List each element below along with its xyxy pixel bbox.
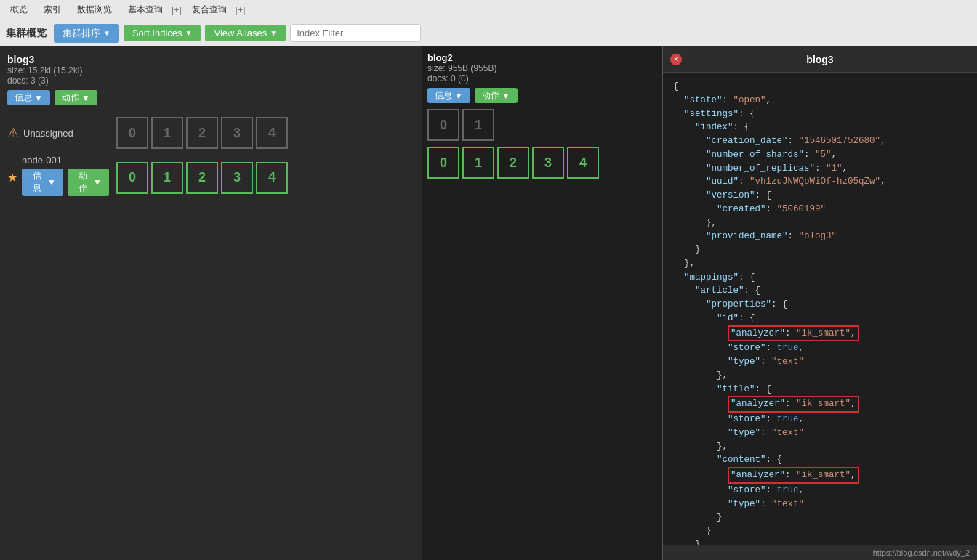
json-line: { (673, 80, 967, 94)
node001-text: node-001 (22, 155, 62, 166)
star-icon: ★ (7, 171, 17, 184)
json-line: "index": { (673, 121, 967, 134)
unassigned-label: ⚠ Unassigned (7, 125, 109, 141)
node001-shard-cells: 0 1 2 3 4 (116, 162, 288, 194)
shard-cell-1: 1 (151, 162, 183, 194)
blog2-action-arrow-icon: ▼ (502, 91, 510, 101)
cluster-overview-label: 集群概览 (6, 27, 47, 40)
json-line: }, (673, 369, 967, 383)
nav-tab-basic-query-group: 基本查询 [+] (121, 1, 183, 19)
index-size-blog3: size: 15.2ki (15.2ki) docs: 3 (3) (7, 65, 414, 86)
blog3-action-button[interactable]: 动作 ▼ (55, 90, 97, 105)
left-panel: blog3 size: 15.2ki (15.2ki) docs: 3 (3) … (0, 46, 422, 560)
json-line: "properties": { (673, 298, 967, 312)
shard-cell-unassigned-1: 1 (151, 117, 183, 149)
json-line: "article": { (673, 284, 967, 298)
shard-row-unassigned: ⚠ Unassigned 0 1 2 3 4 (7, 117, 414, 149)
view-aliases-arrow-icon: ▼ (270, 29, 277, 37)
json-line: "created": "5060199" (673, 203, 967, 216)
blog3-size-text: size: 15.2ki (15.2ki) (7, 65, 82, 76)
json-line: "creation_date": "1546501752680", (673, 134, 967, 148)
shard-cell-unassigned-4: 4 (256, 117, 288, 149)
json-line: }, (673, 440, 967, 454)
shard-row-node001: ★ node-001 信息 ▼ 动作 ▼ (7, 155, 414, 200)
modal-title: blog3 (806, 54, 833, 65)
main-content: blog3 size: 15.2ki (15.2ki) docs: 3 (3) … (0, 46, 977, 560)
cluster-sort-label: 集群排序 (63, 27, 100, 40)
cluster-sort-button[interactable]: 集群排序 ▼ (54, 24, 119, 43)
blog2-size: size: 955B (955B) (427, 63, 656, 73)
json-line: "settings": { (673, 107, 967, 121)
nav-tab-overview[interactable]: 概览 (3, 1, 35, 19)
json-line: "mappings": { (673, 271, 967, 285)
json-line: }, (673, 216, 967, 230)
shard-cell-unassigned-0: 0 (116, 117, 148, 149)
json-line: } (673, 524, 967, 538)
json-line: }, (673, 257, 967, 271)
nav-tab-index[interactable]: 索引 (36, 1, 68, 19)
json-line: "number_of_replicas": "1", (673, 162, 967, 176)
blog3-action-arrow-icon: ▼ (81, 93, 90, 103)
nav-tab-data-browse[interactable]: 数据浏览 (70, 1, 119, 19)
node001-info-arrow-icon: ▼ (47, 177, 56, 187)
toolbar: 集群概览 集群排序 ▼ Sort Indices ▼ View Aliases … (0, 20, 977, 46)
blog2-info-arrow-icon: ▼ (454, 91, 463, 101)
blog2-info-label: 信息 (435, 89, 452, 102)
blog3-info-arrow-icon: ▼ (34, 93, 43, 103)
nav-tab-complex-query[interactable]: 复合查询 (185, 1, 234, 19)
json-line: "analyzer": "ik_smart", (673, 467, 967, 484)
blog3-info-button[interactable]: 信息 ▼ (7, 90, 50, 105)
index-filter-input[interactable] (290, 24, 421, 42)
b2-cell-2: 2 (497, 147, 529, 179)
json-line: "state": "open", (673, 94, 967, 107)
b2-cell-0: 0 (427, 147, 459, 179)
modal-close-button[interactable]: × (670, 54, 682, 65)
sort-indices-button[interactable]: Sort Indices ▼ (124, 25, 201, 41)
node001-buttons: 信息 ▼ 动作 ▼ (22, 169, 109, 196)
json-line: } (673, 511, 967, 524)
json-line: "title": { (673, 383, 967, 397)
blog2-shard-rows: 0 1 0 1 2 3 4 (427, 109, 656, 179)
blog2-partial: blog2 size: 955B (955B) docs: 0 (0) 信息 ▼… (422, 46, 662, 560)
b2-cell-3: 3 (532, 147, 564, 179)
sort-indices-arrow-icon: ▼ (185, 29, 193, 37)
footer-url: https://blog.csdn.net/wdy_2 (873, 548, 970, 557)
json-line: "type": "text" (673, 426, 967, 440)
blog2-name: blog2 (427, 52, 656, 63)
warning-icon: ⚠ (7, 125, 19, 141)
json-line: "store": true, (673, 484, 967, 498)
json-line: "store": true, (673, 341, 967, 355)
nav-tab-complex-query-group: 复合查询 [+] (185, 1, 247, 19)
blog2-shard-row-node: 0 1 2 3 4 (427, 147, 656, 179)
b2-cell-u0: 0 (427, 109, 459, 141)
blog3-buttons: 信息 ▼ 动作 ▼ (7, 90, 414, 105)
json-line: } (673, 538, 967, 545)
blog2-docs: docs: 0 (0) (427, 73, 656, 84)
node001-action-button[interactable]: 动作 ▼ (68, 169, 109, 196)
view-aliases-button[interactable]: View Aliases ▼ (205, 25, 286, 41)
node001-label-group: ★ node-001 信息 ▼ 动作 ▼ (7, 155, 109, 200)
node001-info-button[interactable]: 信息 ▼ (22, 169, 63, 196)
nav-tab-basic-query[interactable]: 基本查询 (121, 1, 170, 19)
modal-body[interactable]: { "state": "open", "settings": { "index"… (663, 73, 977, 545)
json-modal: × blog3 { "state": "open", "settings": {… (662, 46, 977, 560)
blog2-info-button[interactable]: 信息 ▼ (427, 88, 470, 103)
blog3-docs-text: docs: 3 (3) (7, 76, 49, 86)
basic-query-plus[interactable]: [+] (170, 4, 183, 17)
modal-close-icon: × (674, 55, 678, 63)
shard-section: ⚠ Unassigned 0 1 2 3 4 ★ node-001 (7, 117, 414, 200)
json-line: "content": { (673, 453, 967, 467)
modal-container: blog2 size: 955B (955B) docs: 0 (0) 信息 ▼… (422, 46, 977, 560)
json-line: } (673, 243, 967, 257)
json-line: "analyzer": "ik_smart", (673, 325, 967, 342)
node001-info-label: 信息 (29, 170, 45, 195)
top-nav-bar: 概览 索引 数据浏览 基本查询 [+] 复合查询 [+] (0, 0, 977, 20)
blog3-info-label: 信息 (15, 92, 32, 104)
shard-cell-unassigned-2: 2 (186, 117, 218, 149)
complex-query-plus[interactable]: [+] (234, 4, 247, 17)
json-line: "type": "text" (673, 355, 967, 369)
node001-action-arrow-icon: ▼ (93, 177, 102, 187)
json-line: "provided_name": "blog3" (673, 230, 967, 243)
blog2-action-button[interactable]: 动作 ▼ (475, 88, 518, 103)
blog2-action-label: 动作 (482, 89, 499, 102)
